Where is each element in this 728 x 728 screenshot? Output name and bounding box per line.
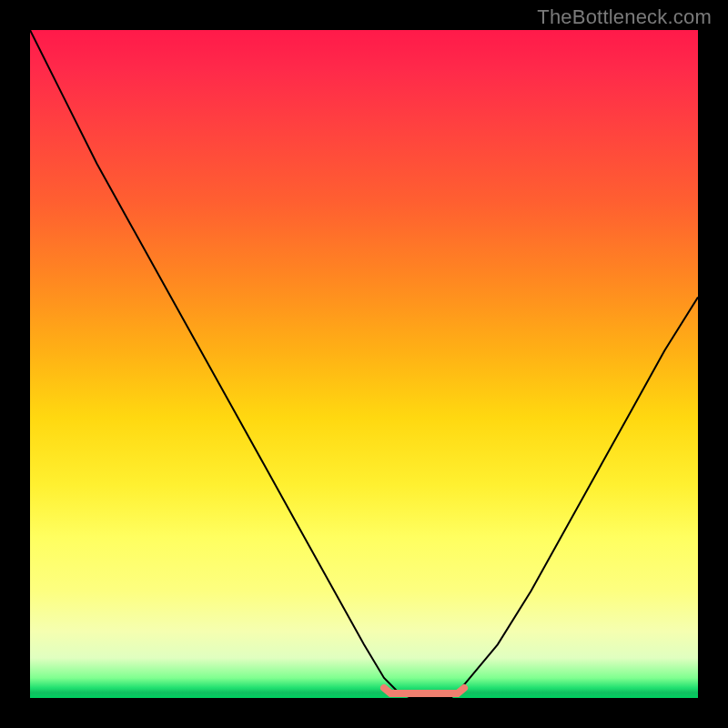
chart-container: TheBottleneck.com <box>0 0 728 728</box>
watermark-text: TheBottleneck.com <box>537 5 712 29</box>
chart-svg <box>30 30 698 698</box>
plot-area <box>30 30 698 698</box>
bottleneck-curve <box>30 30 698 698</box>
